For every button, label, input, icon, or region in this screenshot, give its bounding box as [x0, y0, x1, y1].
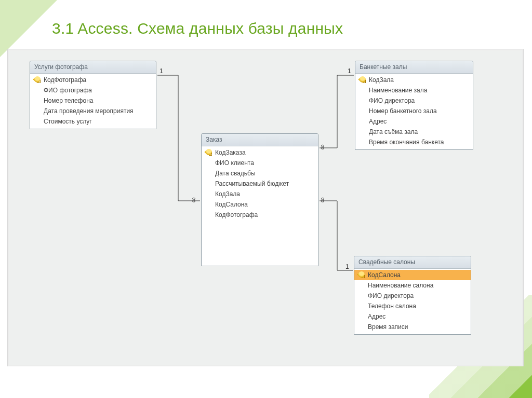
table-field[interactable]: КодСалона	[354, 270, 471, 280]
table-title: Свадебные салоны	[354, 256, 471, 269]
table-title: Банкетные залы	[355, 61, 473, 74]
relationships-workarea[interactable]: 1 ∞ 1 ∞ 1 ∞ Услуги фотографа КодФотограф…	[9, 50, 522, 365]
table-field[interactable]: Рассчитываемый бюджет	[202, 179, 318, 189]
table-fields: КодСалонаНаименование салонаФИО директор…	[354, 269, 471, 334]
table-field[interactable]: Адрес	[354, 311, 471, 322]
table-banquet-halls[interactable]: Банкетные залы КодЗалаНаименование залаФ…	[355, 61, 473, 150]
table-fields: КодФотографаФИО фотографаНомер телефонаД…	[30, 74, 156, 129]
table-field[interactable]: Дата свадьбы	[202, 168, 318, 179]
cardinality-one: 1	[348, 67, 351, 75]
table-field[interactable]: Телефон салона	[354, 301, 471, 311]
table-fields: КодЗалаНаименование залаФИО директораНом…	[355, 74, 473, 149]
table-field[interactable]: Номер телефона	[30, 95, 156, 106]
table-field[interactable]: ФИО директора	[355, 95, 473, 106]
table-field[interactable]: Номер банкетного зала	[355, 106, 473, 116]
table-field[interactable]: Наименование зала	[355, 85, 473, 95]
table-field[interactable]: КодЗала	[202, 189, 318, 199]
cardinality-many: ∞	[319, 144, 327, 149]
table-field[interactable]: КодСалона	[202, 199, 318, 210]
table-title: Заказ	[202, 134, 318, 146]
table-field[interactable]: ФИО клиента	[202, 158, 318, 168]
table-photo-services[interactable]: Услуги фотографа КодФотографаФИО фотогра…	[30, 61, 156, 129]
cardinality-many: ∞	[190, 197, 198, 202]
table-field[interactable]: КодФотографа	[30, 75, 156, 85]
cardinality-one: 1	[345, 263, 349, 270]
table-field[interactable]: Время окончания банкета	[355, 137, 473, 147]
table-field[interactable]: Дата проведения мероприятия	[30, 106, 156, 116]
table-field[interactable]: КодФотографа	[202, 210, 318, 220]
table-order[interactable]: Заказ КодЗаказаФИО клиентаДата свадьбыРа…	[201, 133, 318, 266]
cardinality-many: ∞	[319, 197, 327, 202]
table-field[interactable]: ФИО директора	[354, 291, 471, 301]
table-field[interactable]: КодЗаказа	[202, 147, 318, 158]
cardinality-one: 1	[159, 67, 163, 75]
table-field[interactable]: КодЗала	[355, 75, 473, 85]
table-field[interactable]: Стоимость услуг	[30, 116, 156, 127]
table-wedding-salons[interactable]: Свадебные салоны КодСалонаНаименование с…	[354, 256, 471, 335]
table-title: Услуги фотографа	[30, 61, 156, 74]
table-field[interactable]: Наименование салона	[354, 280, 471, 291]
page-title: 3.1 Access. Схема данных базы данных	[0, 0, 532, 49]
table-field[interactable]: Дата съёма зала	[355, 127, 473, 137]
table-field[interactable]: ФИО фотографа	[30, 85, 156, 95]
table-field[interactable]: Адрес	[355, 116, 473, 127]
table-field[interactable]: Время записи	[354, 322, 471, 332]
relationships-canvas: 1 ∞ 1 ∞ 1 ∞ Услуги фотографа КодФотограф…	[7, 49, 524, 366]
table-fields: КодЗаказаФИО клиентаДата свадьбыРассчиты…	[202, 146, 318, 222]
